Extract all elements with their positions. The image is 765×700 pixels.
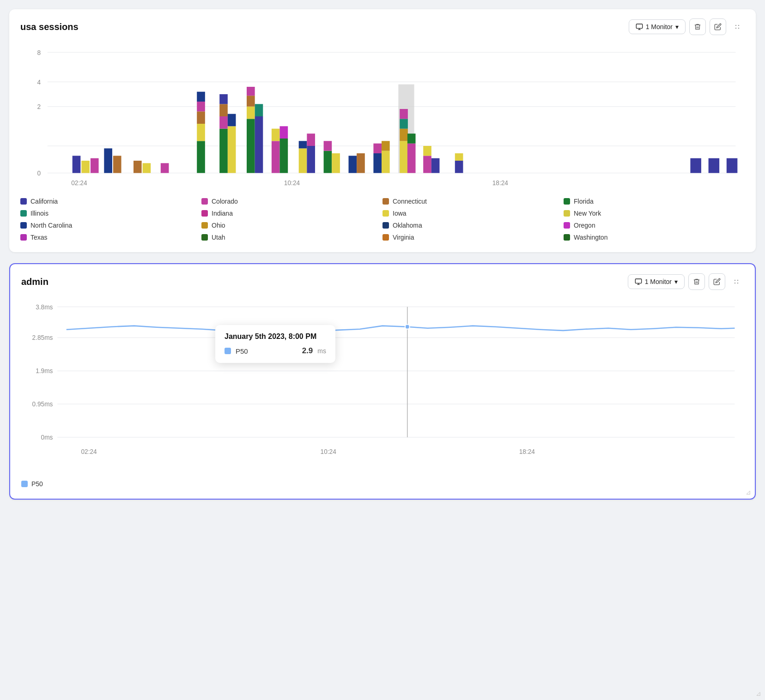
trash-button-2[interactable] bbox=[688, 273, 705, 290]
svg-rect-60 bbox=[382, 141, 390, 151]
legend-item-california: California bbox=[20, 198, 201, 205]
legend-label-connecticut: Connecticut bbox=[393, 198, 427, 205]
svg-rect-59 bbox=[382, 151, 390, 173]
panel1-title: usa sessions bbox=[20, 22, 79, 32]
panel2-actions: 1 Monitor ▾ bbox=[628, 273, 744, 290]
legend-item-iowa: Iowa bbox=[382, 210, 564, 217]
line-chart-legend: P50 bbox=[21, 480, 744, 488]
legend-item-oregon: Oregon bbox=[564, 222, 745, 229]
legend-label-ohio: Ohio bbox=[212, 222, 225, 229]
monitor-label-1: 1 Monitor bbox=[646, 23, 673, 30]
svg-point-5 bbox=[735, 28, 736, 29]
svg-rect-57 bbox=[373, 153, 382, 173]
svg-rect-44 bbox=[272, 141, 280, 173]
tooltip-unit: ms bbox=[317, 347, 326, 355]
trash-icon-1 bbox=[694, 23, 701, 30]
svg-text:2.85ms: 2.85ms bbox=[32, 334, 53, 341]
legend-color-north-carolina bbox=[20, 222, 27, 229]
trash-button-1[interactable] bbox=[689, 18, 706, 35]
legend-label-washington: Washington bbox=[574, 234, 607, 241]
monitor-icon-2 bbox=[635, 278, 642, 285]
legend-item-texas: Texas bbox=[20, 234, 201, 241]
svg-text:02:24: 02:24 bbox=[81, 448, 97, 455]
svg-rect-41 bbox=[247, 87, 255, 96]
svg-point-97 bbox=[405, 325, 410, 329]
svg-text:18:24: 18:24 bbox=[519, 448, 535, 455]
legend-label-oregon: Oregon bbox=[574, 222, 595, 229]
svg-rect-56 bbox=[357, 153, 365, 173]
legend-color-utah bbox=[201, 234, 208, 241]
legend-color-oregon bbox=[564, 222, 570, 229]
edit-button-2[interactable] bbox=[709, 273, 725, 290]
legend-label-oklahoma: Oklahoma bbox=[393, 222, 422, 229]
svg-rect-0 bbox=[636, 24, 642, 28]
svg-rect-42 bbox=[255, 116, 263, 173]
tooltip-row-p50: P50 2.9 ms bbox=[225, 346, 326, 356]
monitor-button-2[interactable]: 1 Monitor ▾ bbox=[628, 274, 685, 289]
bar-chart-svg: 8 4 2 0 02:24 10:24 18:24 bbox=[20, 42, 745, 190]
svg-point-6 bbox=[738, 28, 739, 29]
svg-rect-63 bbox=[400, 129, 408, 141]
legend-label-north-carolina: North Carolina bbox=[30, 222, 72, 229]
resize-handle-1[interactable]: ⊿ bbox=[756, 690, 761, 697]
trash-icon-2 bbox=[693, 278, 700, 285]
svg-text:3.8ms: 3.8ms bbox=[36, 303, 53, 310]
legend-item-new-york: New York bbox=[564, 210, 745, 217]
svg-text:10:24: 10:24 bbox=[321, 448, 336, 455]
svg-rect-71 bbox=[455, 161, 463, 173]
legend-item-connecticut: Connecticut bbox=[382, 198, 564, 205]
svg-rect-47 bbox=[280, 126, 288, 139]
svg-point-3 bbox=[735, 25, 736, 26]
legend-item-virginia: Virginia bbox=[382, 234, 564, 241]
legend-label-p50: P50 bbox=[31, 480, 43, 488]
panel1-header: usa sessions 1 Monitor ▾ bbox=[20, 18, 745, 35]
legend-item-north-carolina: North Carolina bbox=[20, 222, 201, 229]
svg-text:0ms: 0ms bbox=[41, 434, 53, 441]
svg-rect-74 bbox=[709, 158, 720, 173]
svg-text:18:24: 18:24 bbox=[492, 179, 508, 187]
legend-label-virginia: Virginia bbox=[393, 234, 414, 241]
svg-rect-67 bbox=[407, 133, 416, 143]
svg-rect-21 bbox=[91, 158, 99, 173]
legend-item-ohio: Ohio bbox=[201, 222, 382, 229]
bar-chart-area: 8 4 2 0 02:24 10:24 18:24 bbox=[20, 42, 745, 190]
monitor-label-2: 1 Monitor bbox=[645, 278, 672, 285]
more-options-2[interactable] bbox=[729, 273, 744, 290]
legend-item-washington: Washington bbox=[564, 234, 745, 241]
svg-text:8: 8 bbox=[37, 48, 41, 56]
svg-rect-54 bbox=[332, 153, 340, 173]
svg-point-4 bbox=[738, 25, 739, 26]
svg-point-81 bbox=[735, 283, 735, 284]
svg-rect-52 bbox=[324, 151, 332, 173]
svg-rect-69 bbox=[423, 146, 431, 156]
svg-rect-50 bbox=[307, 146, 315, 173]
svg-rect-66 bbox=[407, 144, 416, 173]
svg-point-79 bbox=[735, 280, 735, 281]
svg-rect-22 bbox=[104, 148, 112, 173]
svg-rect-39 bbox=[247, 107, 255, 119]
edit-button-1[interactable] bbox=[710, 18, 726, 35]
svg-rect-62 bbox=[400, 141, 408, 173]
legend-label-utah: Utah bbox=[212, 234, 225, 241]
svg-rect-75 bbox=[727, 158, 738, 173]
resize-handle-2[interactable]: ⊿ bbox=[746, 489, 751, 496]
svg-rect-26 bbox=[161, 163, 169, 173]
svg-rect-58 bbox=[373, 144, 382, 153]
svg-rect-33 bbox=[219, 116, 228, 129]
svg-rect-68 bbox=[423, 156, 431, 173]
svg-point-80 bbox=[737, 280, 738, 281]
more-options-1[interactable] bbox=[730, 18, 745, 35]
legend-item-oklahoma: Oklahoma bbox=[382, 222, 564, 229]
svg-rect-19 bbox=[73, 156, 81, 173]
legend-label-new-york: New York bbox=[574, 210, 601, 217]
usa-sessions-panel: usa sessions 1 Monitor ▾ bbox=[9, 9, 756, 252]
svg-text:0.95ms: 0.95ms bbox=[32, 400, 53, 408]
svg-point-82 bbox=[737, 283, 738, 284]
svg-text:10:24: 10:24 bbox=[284, 179, 300, 187]
monitor-button-1[interactable]: 1 Monitor ▾ bbox=[629, 19, 686, 34]
grid-dots-icon-1 bbox=[733, 23, 741, 31]
svg-rect-76 bbox=[635, 279, 641, 283]
tooltip-color-p50 bbox=[225, 348, 231, 354]
tooltip-value: 2.9 bbox=[302, 346, 313, 356]
tooltip-date: January 5th 2023, 8:00 PM bbox=[225, 332, 326, 341]
